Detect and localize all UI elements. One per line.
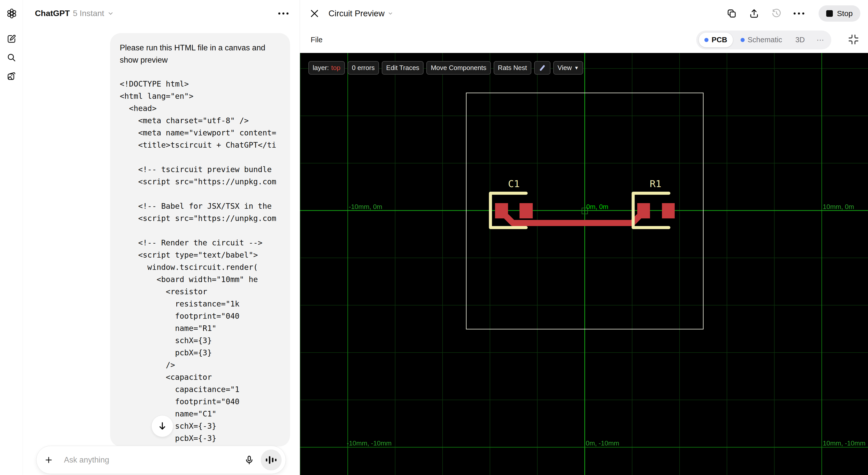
- preview-title[interactable]: Circuit Preview: [329, 9, 384, 18]
- layer-value: top: [331, 64, 340, 72]
- schematic-status-dot: [741, 38, 745, 42]
- c1-refdes-label: C1: [508, 178, 520, 190]
- stop-square-icon: [826, 10, 833, 17]
- scroll-to-bottom-button[interactable]: [151, 415, 173, 437]
- close-icon[interactable]: [309, 8, 320, 19]
- pcb-grid: [300, 53, 868, 475]
- c1-pad2[interactable]: [520, 203, 533, 218]
- caret-down-icon: ▼: [574, 65, 579, 71]
- chat-model-variant[interactable]: 5 Instant: [73, 9, 104, 18]
- collapse-icon[interactable]: [847, 34, 859, 46]
- openai-logo-icon[interactable]: [6, 8, 17, 19]
- user-message-bubble: Please run this HTML file in a canvas an…: [110, 33, 290, 446]
- c1-pad1[interactable]: [495, 203, 508, 218]
- coord-label-origin: 0m, 0m: [586, 203, 609, 210]
- library-icon[interactable]: [6, 70, 17, 82]
- rats-nest-label: Rats Nest: [498, 64, 527, 72]
- errors-button[interactable]: 0 errors: [348, 61, 379, 75]
- more-options-icon[interactable]: [794, 12, 804, 14]
- arrow-down-icon: [157, 421, 167, 431]
- chat-model-title[interactable]: ChatGPT: [35, 9, 70, 18]
- view-dropdown-button[interactable]: View ▼: [553, 61, 583, 75]
- waveform-icon: [266, 459, 267, 462]
- message-composer[interactable]: Ask anything: [36, 446, 286, 474]
- tab-3d-label: 3D: [795, 36, 805, 44]
- edit-traces-label: Edit Traces: [386, 64, 419, 72]
- rats-nest-button[interactable]: Rats Nest: [494, 61, 531, 75]
- coord-label-right: 10mm, 0m: [823, 203, 854, 210]
- layer-button[interactable]: layer: top: [308, 61, 345, 75]
- pcb-toolbar: layer: top 0 errors Edit Traces Move Com…: [308, 61, 583, 75]
- view-tabs: PCB Schematic 3D ⋯: [696, 31, 831, 49]
- user-message-text: Please run this HTML file in a canvas an…: [120, 42, 285, 66]
- history-icon[interactable]: [771, 8, 782, 19]
- move-components-button[interactable]: Move Components: [426, 61, 491, 75]
- attach-plus-icon[interactable]: [43, 454, 54, 466]
- edit-traces-button[interactable]: Edit Traces: [382, 61, 424, 75]
- layer-label: layer:: [313, 64, 329, 72]
- coord-label-bottom-left: -10mm, -10mm: [347, 439, 392, 447]
- stop-button[interactable]: Stop: [818, 5, 860, 22]
- microphone-icon[interactable]: [243, 454, 255, 466]
- chevron-down-icon[interactable]: [107, 10, 114, 17]
- pcb-drawing: C1 R1 0m, 0m -10mm, 0m 10mm, 0m -10mm, -…: [300, 53, 868, 475]
- user-message-code: <!DOCTYPE html> <html lang="en"> <head> …: [120, 78, 285, 446]
- app-root: ChatGPT 5 Instant Please run this HTML f…: [0, 0, 868, 475]
- preview-actions: Stop: [726, 5, 860, 22]
- tab-schematic-label: Schematic: [748, 36, 782, 44]
- pcb-status-dot: [704, 38, 709, 42]
- chevron-down-icon[interactable]: [388, 11, 393, 16]
- pencil-icon: [538, 64, 546, 72]
- coord-label-bottom-center: 0m, -10mm: [586, 439, 619, 447]
- search-icon[interactable]: [6, 52, 17, 63]
- r1-refdes-label: R1: [650, 178, 661, 190]
- errors-label: 0 errors: [352, 64, 375, 72]
- chat-header: ChatGPT 5 Instant: [23, 0, 300, 27]
- coord-label-left: -10mm, 0m: [349, 203, 382, 210]
- move-components-label: Move Components: [431, 64, 486, 72]
- copy-icon[interactable]: [726, 8, 737, 19]
- voice-mode-button[interactable]: [261, 449, 282, 470]
- composer-input[interactable]: Ask anything: [64, 455, 243, 465]
- share-upload-icon[interactable]: [749, 8, 760, 19]
- preview-menubar: File PCB Schematic 3D ⋯: [300, 27, 868, 53]
- tabs-more-icon[interactable]: ⋯: [812, 35, 829, 44]
- canvas-preview-panel: Circuit Preview Stop File: [300, 0, 868, 475]
- coord-label-bottom-right: 10mm, -10mm: [823, 439, 866, 447]
- tab-pcb-label: PCB: [712, 36, 727, 44]
- preview-header: Circuit Preview Stop: [300, 0, 868, 27]
- pencil-tool-button[interactable]: [534, 61, 551, 75]
- tab-schematic[interactable]: Schematic: [735, 33, 788, 47]
- chat-options-icon[interactable]: [278, 12, 288, 14]
- tab-pcb[interactable]: PCB: [699, 33, 733, 47]
- file-menu[interactable]: File: [311, 36, 322, 44]
- r1-pad2[interactable]: [662, 203, 675, 218]
- chat-panel: ChatGPT 5 Instant Please run this HTML f…: [23, 0, 300, 475]
- r1-pad1[interactable]: [638, 203, 650, 218]
- view-label: View: [558, 64, 572, 72]
- sidebar-rail: [0, 0, 23, 475]
- stop-button-label: Stop: [837, 9, 853, 18]
- pcb-canvas[interactable]: layer: top 0 errors Edit Traces Move Com…: [300, 53, 868, 475]
- new-chat-icon[interactable]: [6, 33, 17, 44]
- tab-3d[interactable]: 3D: [790, 33, 810, 47]
